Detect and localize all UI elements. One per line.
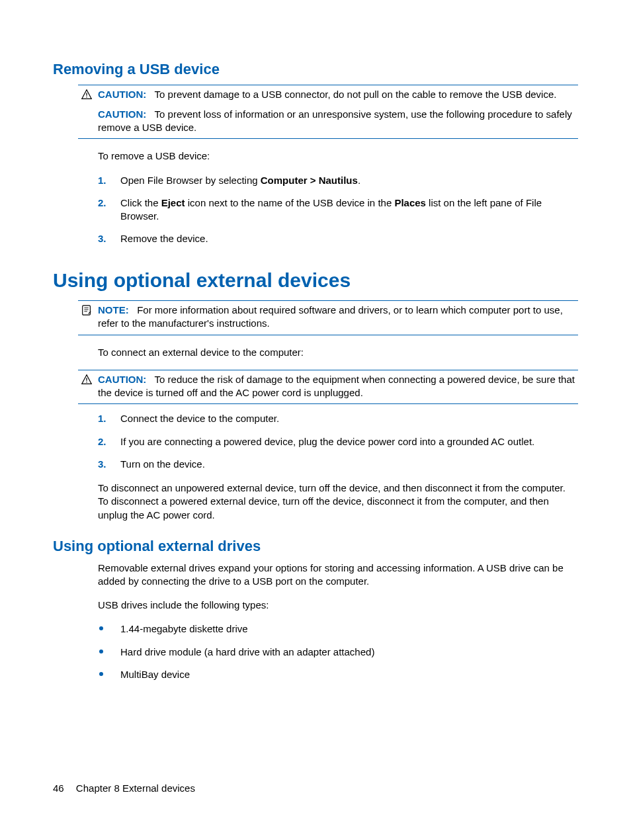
heading-removing-usb: Removing a USB device — [53, 60, 578, 79]
step-item: 1. Connect the device to the computer. — [98, 412, 578, 425]
list-item: MultiBay device — [98, 668, 578, 681]
step-text: Turn on the device. — [120, 458, 205, 470]
step-text: If you are connecting a powered device, … — [120, 436, 534, 447]
intro-text: To connect an external device to the com… — [98, 346, 578, 359]
step-text: Click the — [120, 197, 161, 208]
list-text: 1.44-megabyte diskette drive — [120, 623, 248, 634]
step-number: 2. — [98, 435, 106, 448]
page-footer: 46 Chapter 8 External devices — [53, 782, 195, 795]
caution-text: To prevent damage to a USB connector, do… — [155, 89, 557, 100]
step-number: 3. — [98, 232, 106, 245]
step-number: 3. — [98, 458, 106, 471]
body-text: USB drives include the following types: — [98, 599, 578, 612]
step-text: Connect the device to the computer. — [120, 413, 279, 424]
caution-label: CAUTION: — [98, 374, 146, 385]
note-callout: NOTE: For more information about require… — [78, 300, 578, 335]
svg-point-7 — [86, 382, 87, 383]
step-bold: Eject — [161, 197, 185, 208]
caution-text: To reduce the risk of damage to the equi… — [98, 374, 575, 398]
svg-point-1 — [86, 97, 87, 98]
step-item: 2. Click the Eject icon next to the name… — [98, 196, 578, 224]
list-item: Hard drive module (a hard drive with an … — [98, 646, 578, 659]
step-bold: Computer > Nautilus — [261, 175, 358, 186]
caution-callout: CAUTION: To reduce the risk of damage to… — [78, 370, 578, 405]
step-bold: Places — [394, 197, 426, 208]
step-text: Open File Browser by selecting — [120, 175, 261, 186]
step-text: icon next to the name of the USB device … — [185, 197, 395, 208]
outro-text: To disconnect an unpowered external devi… — [98, 482, 578, 522]
step-item: 2. If you are connecting a powered devic… — [98, 435, 578, 448]
step-number: 2. — [98, 196, 106, 210]
note-label: NOTE: — [98, 304, 129, 315]
page-number: 46 — [53, 782, 64, 794]
heading-optional-external-devices: Using optional external devices — [53, 267, 578, 294]
caution-label: CAUTION: — [98, 108, 146, 120]
list-text: MultiBay device — [120, 669, 190, 680]
intro-text: To remove a USB device: — [98, 149, 578, 163]
list-text: Hard drive module (a hard drive with an … — [120, 646, 374, 657]
step-text: . — [358, 175, 360, 186]
step-item: 3. Remove the device. — [98, 232, 578, 245]
caution-label: CAUTION: — [98, 89, 146, 100]
chapter-title: Chapter 8 External devices — [76, 782, 195, 794]
step-number: 1. — [98, 412, 106, 425]
step-number: 1. — [98, 174, 106, 187]
body-text: Removable external drives expand your op… — [98, 562, 578, 589]
step-text: Remove the device. — [120, 233, 208, 244]
caution-icon — [81, 89, 93, 101]
step-item: 1. Open File Browser by selecting Comput… — [98, 174, 578, 187]
caution-callout: CAUTION: To prevent damage to a USB conn… — [78, 85, 578, 140]
heading-optional-external-drives: Using optional external drives — [53, 536, 578, 556]
note-text: For more information about required soft… — [98, 304, 563, 329]
note-icon — [81, 304, 93, 316]
list-item: 1.44-megabyte diskette drive — [98, 622, 578, 636]
caution-icon — [81, 374, 93, 386]
caution-text: To prevent loss of information or an unr… — [98, 108, 572, 133]
step-item: 3. Turn on the device. — [98, 458, 578, 471]
